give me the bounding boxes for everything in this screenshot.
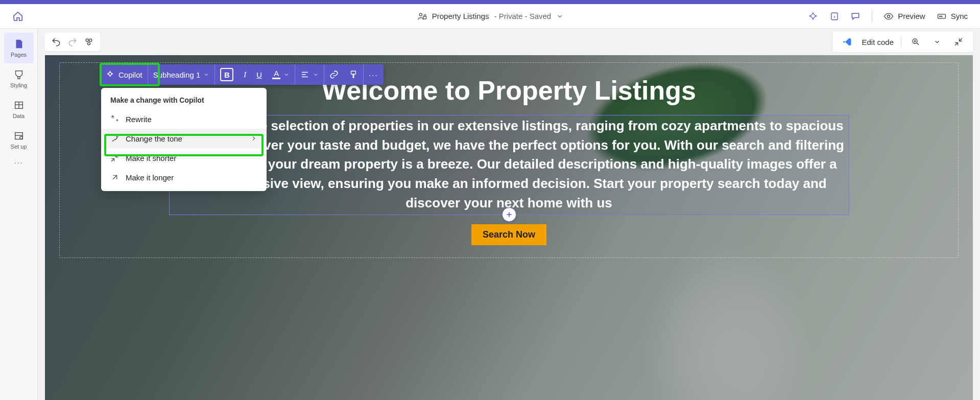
rail-item-styling[interactable]: Styling — [4, 63, 34, 94]
scrollbar-vertical[interactable] — [964, 55, 973, 400]
copilot-item-change-tone[interactable]: Change the tone — [101, 129, 267, 148]
copilot-item-rewrite[interactable]: Rewrite — [101, 109, 267, 129]
formatting-toolbar: Copilot Subheading 1 B I U A — [101, 64, 384, 85]
hero-body-selected[interactable]: Explore a wide selection of properties i… — [169, 115, 849, 215]
edit-code-button[interactable]: Edit code — [862, 38, 894, 46]
svg-rect-12 — [15, 133, 22, 139]
svg-rect-6 — [938, 14, 945, 18]
svg-line-19 — [917, 43, 919, 45]
copilot-item-label: Rewrite — [126, 115, 152, 124]
divider — [901, 36, 901, 48]
svg-rect-1 — [423, 16, 426, 19]
zoom-icon[interactable] — [909, 35, 923, 49]
left-rail: Pages Styling Data Set up ··· — [0, 29, 38, 400]
chevron-down-icon[interactable] — [930, 35, 944, 49]
svg-point-7 — [939, 16, 940, 17]
copilot-toolbar-button[interactable]: Copilot — [101, 64, 148, 85]
rail-label: Pages — [11, 52, 27, 58]
undo-icon[interactable] — [49, 35, 63, 49]
svg-point-0 — [419, 13, 422, 16]
people-lock-icon — [417, 11, 427, 21]
underline-button[interactable]: U — [251, 64, 267, 85]
link-button[interactable] — [324, 64, 344, 85]
canvas-toolbar: Edit code — [38, 29, 980, 55]
home-icon[interactable] — [12, 11, 23, 22]
rail-item-pages[interactable]: Pages — [4, 33, 34, 63]
svg-point-16 — [89, 39, 92, 41]
info-icon[interactable] — [830, 12, 839, 21]
hero-body-text: Explore a wide selection of properties i… — [174, 116, 845, 213]
more-options-button[interactable]: ··· — [363, 64, 384, 85]
preview-label: Preview — [898, 12, 925, 20]
redo-icon[interactable] — [65, 35, 80, 49]
rail-label: Styling — [10, 82, 27, 88]
copilot-item-make-longer[interactable]: Make it longer — [101, 168, 267, 187]
divider — [872, 11, 872, 22]
comment-icon[interactable] — [850, 11, 861, 21]
copilot-header-icon[interactable] — [808, 11, 819, 21]
sync-label: Sync — [951, 12, 968, 20]
chevron-right-icon — [250, 135, 257, 142]
copilot-item-label: Make it shorter — [126, 154, 176, 162]
rail-item-setup[interactable]: Set up — [4, 125, 34, 155]
components-icon[interactable] — [82, 35, 96, 49]
svg-point-8 — [941, 16, 942, 17]
copilot-item-make-shorter[interactable]: Make it shorter — [101, 148, 267, 168]
rail-label: Data — [13, 113, 25, 119]
svg-point-5 — [888, 15, 890, 17]
svg-rect-27 — [351, 71, 356, 74]
svg-point-13 — [19, 136, 22, 139]
svg-point-17 — [88, 42, 90, 45]
add-element-button[interactable] — [502, 207, 516, 222]
window-accent-strip — [0, 0, 980, 4]
text-style-label: Subheading 1 — [153, 70, 201, 79]
bold-button[interactable]: B — [214, 64, 238, 85]
italic-button[interactable]: I — [238, 64, 251, 85]
title-bar: Property Listings - Private - Saved Prev… — [0, 4, 980, 29]
chevron-down-icon[interactable] — [556, 13, 563, 20]
copilot-menu: Make a change with Copilot Rewrite Chang… — [101, 88, 267, 191]
svg-point-15 — [86, 39, 88, 41]
preview-button[interactable]: Preview — [883, 11, 925, 21]
copilot-toolbar-label: Copilot — [118, 70, 142, 79]
rail-more-icon[interactable]: ··· — [14, 158, 23, 167]
document-name: Property Listings — [432, 12, 489, 20]
copilot-menu-title: Make a change with Copilot — [101, 94, 267, 109]
sync-button[interactable]: Sync — [937, 11, 968, 21]
vscode-icon — [840, 35, 854, 49]
copilot-item-label: Change the tone — [126, 134, 182, 143]
search-now-button[interactable]: Search Now — [471, 224, 546, 245]
rail-label: Set up — [11, 144, 27, 150]
document-status: - Private - Saved — [494, 12, 552, 20]
format-paint-button[interactable] — [344, 64, 363, 85]
text-style-dropdown[interactable]: Subheading 1 — [148, 64, 215, 85]
edit-code-label: Edit code — [862, 38, 894, 46]
font-color-button[interactable]: A — [267, 64, 295, 85]
collapse-icon[interactable] — [951, 35, 966, 49]
rail-item-data[interactable]: Data — [4, 94, 34, 125]
align-button[interactable] — [295, 64, 324, 85]
copilot-item-label: Make it longer — [126, 173, 174, 182]
